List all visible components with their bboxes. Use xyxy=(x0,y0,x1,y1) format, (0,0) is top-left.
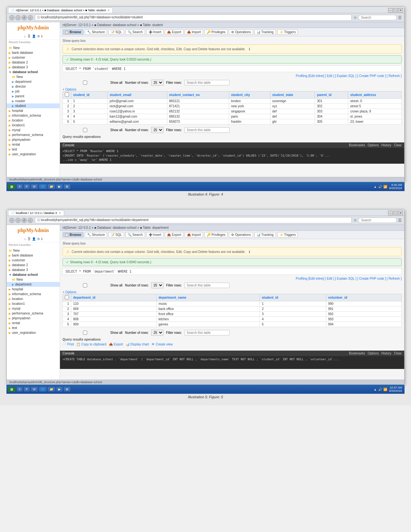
win-minimize-fig4[interactable]: ─ xyxy=(388,8,393,13)
th-student-email-fig4[interactable]: student_email xyxy=(108,92,167,99)
address-bar-fig5[interactable]: ⓘ localhost/phpmyadmin/tbl_sql.php?db=da… xyxy=(35,217,352,223)
console-clear-fig5[interactable]: Clear xyxy=(394,352,402,355)
start-btn-fig5[interactable]: ⊞ xyxy=(8,387,15,392)
sidebar-item-database2[interactable]: ▶ database 2 xyxy=(7,60,60,65)
taskbar-powerpoint-fig4[interactable]: P xyxy=(24,184,30,189)
sidebar-item-new[interactable]: 📁 New xyxy=(7,45,60,50)
toolbar-triggers-fig5[interactable]: ⚡ Triggers xyxy=(277,232,298,237)
toolbar-triggers-fig4[interactable]: ⚡ Triggers xyxy=(277,29,298,35)
num-rows-select-top-fig5[interactable]: 25 xyxy=(151,282,163,288)
show-all-checkbox-bottom-fig5[interactable] xyxy=(63,331,108,335)
sidebar-item-userreg-f5[interactable]: ▶ user_registration xyxy=(7,330,60,335)
num-rows-select-bottom-fig5[interactable]: 25 xyxy=(151,330,163,336)
console-clear-fig4[interactable]: Clear xyxy=(394,143,402,147)
filter-input-top-fig5[interactable] xyxy=(184,283,230,288)
win-close-fig4[interactable]: ✕ xyxy=(398,8,403,13)
toolbar-browse-fig5[interactable]: 📋 Browse xyxy=(63,232,83,237)
options-toggle-fig5[interactable]: + Options xyxy=(63,290,402,294)
sidebar-item-hospital-f5[interactable]: ▶ hospital xyxy=(7,287,60,292)
search-input-fig4[interactable] xyxy=(358,15,397,20)
sidebar-item-department[interactable]: ▶ department xyxy=(7,79,60,84)
pma-icon-settings-f5[interactable]: ⚙ xyxy=(37,237,40,241)
taskbar-folder-fig4[interactable]: 📁 xyxy=(48,184,55,189)
sidebar-item-new-sub[interactable]: 📁 New xyxy=(7,74,60,79)
toolbar-search-fig4[interactable]: 🔍 Search xyxy=(125,29,145,35)
show-query-box-fig5[interactable]: Show query box xyxy=(63,242,402,245)
toolbar-structure-fig4[interactable]: 🔧 Structure xyxy=(85,29,107,35)
show-all-checkbox-bottom-fig4[interactable] xyxy=(63,128,108,132)
show-all-checkbox-fig4[interactable] xyxy=(63,81,108,85)
show-query-box-fig4[interactable]: Show query box xyxy=(63,39,402,43)
browser-tab-fig5[interactable]: 📄 localhost / 12 / 0.0.1 / databas X ✕ xyxy=(8,210,64,216)
taskbar-media-fig4[interactable]: ▶ xyxy=(56,184,63,189)
toolbar-browse-fig4[interactable]: 📋 Browse xyxy=(63,29,83,35)
back-btn-fig4[interactable]: ← xyxy=(9,15,15,20)
win-maximize-fig5[interactable]: □ xyxy=(393,211,398,215)
ops-print-fig5[interactable]: 📄 Print xyxy=(63,343,74,346)
taskbar-folder-fig5[interactable]: 📁 xyxy=(48,387,55,392)
options-toggle-fig4[interactable]: + Options xyxy=(63,88,402,91)
show-all-checkbox-top-fig5[interactable] xyxy=(63,283,108,287)
win-close-fig5[interactable]: ✕ xyxy=(398,211,403,215)
taskbar-app-fig4[interactable]: ⊞ xyxy=(64,184,70,189)
pma-icon-db[interactable]: 🗄 xyxy=(27,34,31,38)
start-btn-fig4[interactable]: ⊞ xyxy=(8,184,15,189)
sidebar-item-info-f5[interactable]: ▶ information_schema xyxy=(7,292,60,296)
sidebar-item-perf-schema[interactable]: ▶ performance_schema xyxy=(7,132,60,137)
toolbar-insert-fig4[interactable]: ➕ Insert xyxy=(146,29,164,35)
toolbar-sql-fig5[interactable]: 📝 SQL xyxy=(108,232,124,237)
th-volunteer-id-fig5[interactable]: volunteer_id xyxy=(326,294,401,301)
home-btn-fig5[interactable]: ⌂ xyxy=(28,218,33,223)
pma-icon-home[interactable]: ⌂ xyxy=(24,34,26,38)
sidebar-item-location1[interactable]: ▶ location1 xyxy=(7,123,60,128)
sidebar-item-phpmyadmin[interactable]: ▶ phpmyadmin xyxy=(7,137,60,142)
th-dept-id-fig5[interactable]: department_id xyxy=(71,294,157,301)
num-rows-select-fig4[interactable]: 25 xyxy=(151,80,163,86)
sidebar-item-location1-f5[interactable]: ▶ location1 xyxy=(7,301,60,306)
tab-close-fig5[interactable]: ✕ xyxy=(59,211,61,215)
sidebar-item-bank-f5[interactable]: ▶ bank database xyxy=(7,253,60,258)
taskbar-powerpoint-fig5[interactable]: P xyxy=(24,387,30,392)
pma-icon-user[interactable]: 👤 xyxy=(32,34,36,38)
menu-icon-fig4[interactable]: ☰ xyxy=(398,15,402,20)
toolbar-export-fig5[interactable]: 📤 Export xyxy=(165,232,183,237)
pma-icon-info[interactable]: ℹ xyxy=(41,34,43,38)
toolbar-import-fig5[interactable]: 📥 Import xyxy=(185,232,203,237)
th-student-id-fig4[interactable]: student_id xyxy=(71,92,108,99)
search-input-fig5[interactable] xyxy=(358,218,397,223)
sidebar-item-new-sub-f5[interactable]: 📁 New xyxy=(7,277,60,282)
th-dept-name-fig5[interactable]: department_name xyxy=(156,294,259,301)
toolbar-tracking-fig5[interactable]: 📊 Tracking xyxy=(254,232,276,237)
sidebar-item-location[interactable]: ▶ location xyxy=(7,118,60,123)
console-history-fig4[interactable]: History xyxy=(381,143,391,147)
refresh-btn-fig5[interactable]: ↺ xyxy=(22,218,27,223)
th-state-fig4[interactable]: student_state xyxy=(270,92,315,99)
console-bookmarks-fig5[interactable]: Bookmarks xyxy=(349,352,365,355)
sidebar-item-rental-f5[interactable]: ▶ rental xyxy=(7,321,60,325)
sidebar-item-user-reg[interactable]: ▶ user_registration xyxy=(7,152,60,157)
pma-icon-home-f5[interactable]: ⌂ xyxy=(24,237,26,241)
taskbar-excel-fig4[interactable]: X xyxy=(17,184,23,189)
toolbar-privileges-fig5[interactable]: 🔑 Privileges xyxy=(204,232,228,237)
th-student-id-fig5[interactable]: student_id xyxy=(260,294,326,301)
pma-icon-info-f5[interactable]: ℹ xyxy=(41,237,43,241)
select-all-fig5[interactable] xyxy=(65,295,69,299)
sidebar-item-parent[interactable]: ▶ parent xyxy=(7,94,60,99)
taskbar-browser-fig4[interactable]: 🌐 xyxy=(39,184,46,189)
sidebar-item-hospital[interactable]: ▶ hospital xyxy=(7,108,60,113)
fav-icon-fig5[interactable]: ☆ xyxy=(354,218,357,222)
th-contact-no-fig4[interactable]: student_contact_no xyxy=(167,92,229,99)
toolbar-operations-fig4[interactable]: ⚙ Operations xyxy=(229,29,253,35)
sidebar-item-pma-f5[interactable]: ▶ phpmyadmin xyxy=(7,316,60,321)
fav-icon-fig4[interactable]: ☆ xyxy=(354,15,357,20)
sidebar-item-director[interactable]: ▶ director xyxy=(7,84,60,89)
filter-input-fig4[interactable] xyxy=(184,80,230,85)
toolbar-sql-fig4[interactable]: 📝 SQL xyxy=(108,29,124,35)
sidebar-item-department-f5[interactable]: ▶ department xyxy=(7,282,60,287)
ops-export-fig5[interactable]: 📤 Export xyxy=(109,343,123,346)
th-address-fig4[interactable]: student_address xyxy=(348,92,402,99)
back-btn-fig5[interactable]: ← xyxy=(9,218,15,223)
sidebar-item-roaster[interactable]: ▶ roaster xyxy=(7,99,60,103)
sidebar-item-database3[interactable]: ▶ database 3 xyxy=(7,65,60,70)
console-options-fig4[interactable]: Options xyxy=(368,143,379,147)
